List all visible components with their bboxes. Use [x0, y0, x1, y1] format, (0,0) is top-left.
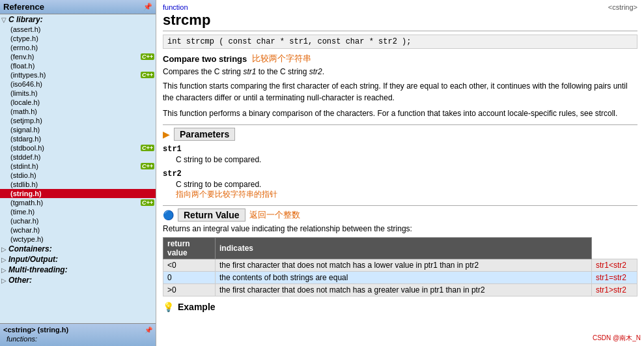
lib-item-label: (setjmp.h) [10, 117, 42, 124]
left-panel-scroll[interactable]: ▽C library: (assert.h) (ctype.h) (errno.… [0, 14, 156, 323]
desc-body-2: This function performs a binary comparis… [163, 108, 637, 119]
param-desc: C string to be compared. [176, 155, 637, 164]
lib-item-cfloat[interactable]: (float.h) [0, 61, 156, 70]
lib-item-label: (float.h) [10, 62, 35, 70]
panel-header: Reference 📌 [0, 0, 156, 14]
lib-item-label: (time.h) [10, 208, 35, 216]
param-name: str2 [163, 169, 637, 179]
return-icon: 🔵 [163, 210, 174, 220]
lib-item-cstdarg[interactable]: (stdarg.h) [0, 134, 156, 143]
lib-item-cstdbool[interactable]: (stdbool.h)C++ [0, 143, 156, 152]
return-table-row: <0the first character that does not matc… [163, 259, 637, 272]
params-divider [163, 124, 637, 125]
param-desc: C string to be compared. [176, 180, 637, 189]
toggle-icon: ▷ [1, 256, 7, 263]
lib-item-cstdint[interactable]: (stdint.h)C++ [0, 162, 156, 171]
lib-item-cstddef[interactable]: (stddef.h) [0, 152, 156, 162]
example-header: 💡 Example [163, 302, 637, 312]
left-panel: Reference 📌 ▽C library: (assert.h) (ctyp… [0, 0, 156, 346]
return-table-header: indicates [216, 238, 592, 259]
func-header: function strcmp <cstring> [163, 3, 637, 31]
lib-item-label: (stddef.h) [10, 153, 40, 161]
lib-item-cwctype[interactable]: (wctype.h) [0, 235, 156, 244]
lib-item-label: (assert.h) [10, 25, 40, 33]
return-desc: Returns an integral value indicating the… [163, 224, 637, 233]
cpp-badge: C++ [141, 145, 154, 151]
lib-item-cmath[interactable]: (math.h) [0, 107, 156, 116]
lib-item-csetjmp[interactable]: (setjmp.h) [0, 116, 156, 125]
return-annotation-cell: str1=str2 [592, 272, 637, 284]
example-icon: 💡 [163, 302, 174, 312]
params-header: ▶ Parameters [163, 128, 637, 141]
lib-item-label: (locale.h) [10, 98, 40, 106]
desc-title-cn: 比较两个字符串 [252, 53, 311, 65]
lib-item-cstdlib[interactable]: (stdlib.h) [0, 180, 156, 189]
desc-body-1: This function starts comparing the first… [163, 80, 637, 104]
lib-item-label: (math.h) [10, 108, 37, 115]
func-type: function [163, 3, 210, 11]
toggle-icon: ▷ [1, 277, 7, 284]
lib-item-ciso646[interactable]: (iso646.h) [0, 79, 156, 89]
lib-item-label: (string.h) [10, 190, 42, 197]
param-row-str2: str2C string to be compared.指向两个要比较字符串的指… [163, 169, 637, 200]
section-header-multi-threading[interactable]: ▷Multi-threading: [0, 265, 156, 275]
lib-item-climits[interactable]: (limits.h) [0, 89, 156, 98]
bottom-panel: <cstring> (string.h) 📌 functions: [0, 323, 156, 346]
section-label: Multi-threading: [8, 265, 68, 274]
lib-item-label: (tgmath.h) [10, 199, 43, 207]
params-label: Parameters [174, 128, 235, 141]
lib-item-ctgmath[interactable]: (tgmath.h)C++ [0, 198, 156, 207]
return-label: Return Value [178, 209, 245, 222]
pin-icon[interactable]: 📌 [143, 3, 152, 11]
section-header-input-output[interactable]: ▷Input/Output: [0, 254, 156, 265]
func-info: function strcmp [163, 3, 210, 29]
return-table: return valueindicates<0the first charact… [163, 237, 637, 296]
cpp-badge: C++ [141, 72, 154, 78]
bottom-panel-title: <cstring> (string.h) 📌 [3, 326, 152, 334]
lib-item-label: (iso646.h) [10, 80, 42, 88]
bottom-panel-sub: functions: [3, 334, 152, 344]
section-header-other[interactable]: ▷Other: [0, 275, 156, 285]
cpp-badge: C++ [141, 163, 154, 169]
right-panel: function strcmp <cstring> int strcmp ( c… [156, 0, 644, 346]
lib-item-cwchar[interactable]: (wchar.h) [0, 225, 156, 235]
lib-item-cassert[interactable]: (assert.h) [0, 25, 156, 34]
return-value-cell: 0 [163, 272, 216, 284]
func-name: strcmp [163, 12, 210, 29]
lib-item-ctime[interactable]: (time.h) [0, 207, 156, 216]
bottom-panel-pin[interactable]: 📌 [145, 326, 152, 334]
desc-title-row: Compare two strings 比较两个字符串 [163, 53, 637, 65]
watermark: CSDN @南木_N [593, 334, 641, 343]
lib-item-label: (stdarg.h) [10, 135, 41, 143]
lib-item-clocale[interactable]: (locale.h) [0, 98, 156, 107]
toggle-icon: ▷ [1, 267, 7, 274]
return-value-cell: >0 [163, 284, 216, 296]
params-arrow-icon: ▶ [163, 129, 170, 139]
lib-item-label: (limits.h) [10, 89, 38, 97]
lib-item-label: (inttypes.h) [10, 71, 46, 79]
param-name: str1 [163, 145, 637, 154]
lib-item-cctype[interactable]: (ctype.h) [0, 34, 156, 43]
lib-item-cfenv[interactable]: (fenv.h)C++ [0, 52, 156, 61]
cpp-badge: C++ [141, 199, 154, 206]
return-label-cn: 返回一个整数 [249, 209, 300, 221]
func-signature: int strcmp ( const char * str1, const ch… [163, 35, 637, 49]
lib-item-label: (signal.h) [10, 126, 40, 134]
lib-item-cerrno[interactable]: (errno.h) [0, 43, 156, 52]
section-header-c-library[interactable]: ▽C library: [0, 14, 156, 25]
lib-item-cstring[interactable]: (string.h) [0, 189, 156, 198]
lib-item-csignal[interactable]: (signal.h) [0, 125, 156, 134]
return-header: 🔵 Return Value 返回一个整数 [163, 209, 637, 222]
return-annotation-cell: str1>str2 [592, 284, 637, 296]
cpp-badge: C++ [141, 53, 154, 60]
lib-item-cuchar[interactable]: (uchar.h) [0, 216, 156, 225]
return-divider [163, 205, 637, 206]
lib-item-label: (ctype.h) [10, 35, 38, 42]
lib-item-cstdio[interactable]: (stdio.h) [0, 171, 156, 180]
param-row-str1: str1C string to be compared. [163, 145, 637, 164]
section-label: Containers: [8, 244, 52, 253]
panel-title: Reference [3, 2, 44, 12]
section-header-containers[interactable]: ▷Containers: [0, 244, 156, 254]
section-label: Other: [8, 276, 32, 285]
lib-item-cinttypes[interactable]: (inttypes.h)C++ [0, 70, 156, 79]
